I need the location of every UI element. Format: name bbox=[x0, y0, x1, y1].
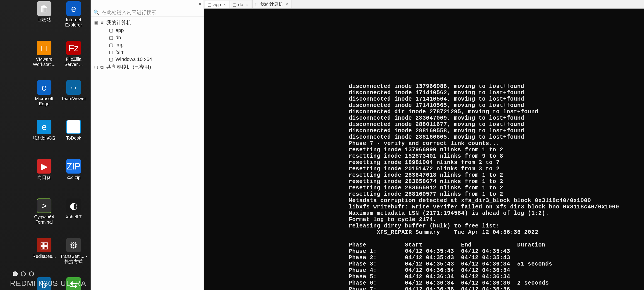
desktop-icon-label: Microsoft Edge bbox=[30, 96, 58, 107]
desktop-icon-xshell[interactable]: ◐Xshell 7 bbox=[59, 197, 88, 236]
desktop-icon-cygwin[interactable]: >Cygwin64 Terminal bbox=[30, 197, 59, 236]
desktop-icon-label: TeamViewer bbox=[61, 96, 86, 101]
trans-icon: ⚙ bbox=[66, 238, 81, 252]
phone-model-watermark: REDMI K30S ULTRA bbox=[10, 279, 86, 288]
desktop-icon-teamviewer[interactable]: ↔TeamViewer bbox=[59, 79, 88, 117]
desktop-icon-label: 回收站 bbox=[37, 17, 51, 23]
collapse-icon[interactable]: ▣ bbox=[94, 20, 97, 25]
desktop-icon-edge[interactable]: eMicrosoft Edge bbox=[30, 79, 59, 117]
teamviewer-icon: ↔ bbox=[66, 80, 81, 95]
close-panel-icon[interactable]: × bbox=[198, 1, 201, 7]
recycle-icon: 🗑 bbox=[37, 1, 52, 16]
vm-icon: ▢ bbox=[108, 35, 114, 40]
tree-vm-db[interactable]: ▢db bbox=[92, 34, 202, 41]
vm-icon: ▢ bbox=[108, 57, 114, 62]
tree-vm-win10[interactable]: ▢Windows 10 x64 bbox=[92, 56, 202, 63]
vm-icon: ▢ bbox=[108, 49, 114, 55]
lenovo-icon: e bbox=[37, 120, 52, 134]
ie-icon: e bbox=[66, 1, 81, 16]
desktop-icon-label: xxc.zip bbox=[66, 175, 80, 180]
desktop-icon-label: VMware Workstati... bbox=[30, 57, 58, 67]
tab-close-icon[interactable]: × bbox=[286, 2, 288, 6]
tree-vm-app[interactable]: ▢app bbox=[92, 27, 202, 34]
desktop-icon-grid: 🗑回收站eInternet Explorer□VMware Workstati.… bbox=[30, 0, 88, 290]
search-icon: 🔍 bbox=[93, 10, 100, 16]
vm-console[interactable]: disconnected inode 137966988, moving to … bbox=[204, 9, 644, 290]
tree-shared-label: 共享虚拟机 (已弃用) bbox=[106, 64, 151, 71]
tab-app[interactable]: ▢app× bbox=[205, 1, 229, 9]
tree-vm-label: db bbox=[116, 35, 121, 41]
shared-icon: ⧉ bbox=[99, 65, 104, 70]
desktop-icon-label: 联想浏览器 bbox=[33, 135, 56, 141]
desktop-icon-label: TransSetti... - 快捷方式 bbox=[60, 254, 87, 264]
vm-icon: ▢ bbox=[108, 28, 114, 33]
desktop-icon-label: RedisDes... bbox=[32, 254, 56, 259]
tree-vm-label: fsim bbox=[116, 49, 124, 55]
tab-vm-icon: ▢ bbox=[255, 2, 258, 7]
desktop-icon-label: Internet Explorer bbox=[60, 17, 87, 28]
desktop-icon-ie[interactable]: eInternet Explorer bbox=[59, 0, 88, 39]
computer-icon: 🖥 bbox=[99, 20, 104, 25]
tab-mycomputer[interactable]: ▢我的计算机× bbox=[252, 0, 291, 9]
collapse-icon[interactable]: ▢ bbox=[94, 65, 97, 70]
tree-vm-label: app bbox=[116, 28, 124, 33]
todesk-icon: T bbox=[66, 120, 81, 134]
vm-workbench: ▢app×▢db×▢我的计算机× disconnected inode 1379… bbox=[204, 0, 644, 290]
desktop-icon-todesk[interactable]: TToDesk bbox=[59, 118, 88, 157]
tab-db[interactable]: ▢db× bbox=[230, 1, 252, 9]
tab-label: app bbox=[213, 2, 221, 7]
desktop-icon-sunflower[interactable]: ▶向日葵 bbox=[30, 158, 59, 196]
search-placeholder: 在此处键入内容进行搜索 bbox=[102, 9, 156, 16]
cygwin-icon: > bbox=[37, 198, 52, 213]
tree-root-mycomputer[interactable]: ▣ 🖥 我的计算机 bbox=[92, 19, 202, 27]
zip-icon: ZIP bbox=[66, 159, 81, 174]
library-tree: ▣ 🖥 我的计算机 ▢app▢db▢imp▢fsim▢Windows 10 x6… bbox=[90, 17, 204, 73]
redis-icon: ▦ bbox=[37, 238, 52, 252]
library-search[interactable]: 🔍 在此处键入内容进行搜索 bbox=[90, 8, 204, 17]
desktop-icon-zip[interactable]: ZIPxxc.zip bbox=[59, 158, 88, 196]
desktop-icon-lenovo[interactable]: e联想浏览器 bbox=[30, 118, 59, 157]
desktop-icon-label: ToDesk bbox=[66, 135, 81, 141]
tree-vm-label: imp bbox=[116, 42, 124, 48]
desktop-icon-label: 向日葵 bbox=[37, 175, 51, 180]
tab-vm-icon: ▢ bbox=[208, 2, 212, 7]
tab-close-icon[interactable]: × bbox=[224, 3, 226, 7]
vmware-window: × 🔍 在此处键入内容进行搜索 ▣ 🖥 我的计算机 ▢app▢db▢imp▢fs… bbox=[90, 0, 644, 290]
desktop-icon-label: Xshell 7 bbox=[66, 214, 82, 219]
vm-library-panel: × 🔍 在此处键入内容进行搜索 ▣ 🖥 我的计算机 ▢app▢db▢imp▢fs… bbox=[90, 0, 204, 290]
tree-shared-vms[interactable]: ▢ ⧉ 共享虚拟机 (已弃用) bbox=[92, 63, 202, 71]
desktop-icon-recycle[interactable]: 🗑回收站 bbox=[30, 0, 59, 39]
desktop-icon-vmware[interactable]: □VMware Workstati... bbox=[30, 40, 59, 78]
vm-tabbar: ▢app×▢db×▢我的计算机× bbox=[204, 0, 644, 9]
tree-root-label: 我的计算机 bbox=[106, 19, 131, 26]
tab-close-icon[interactable]: × bbox=[246, 3, 248, 7]
tab-vm-icon: ▢ bbox=[232, 2, 236, 7]
desktop-icon-redis[interactable]: ▦RedisDes... bbox=[30, 236, 59, 275]
library-header: × bbox=[90, 0, 204, 8]
tab-label: 我的计算机 bbox=[260, 1, 283, 7]
desktop-icon-label: Cygwin64 Terminal bbox=[30, 214, 58, 225]
vmware-icon: □ bbox=[37, 41, 52, 55]
desktop-icon-label: FileZilla Server ... bbox=[60, 57, 87, 67]
desktop-icon-trans[interactable]: ⚙TransSetti... - 快捷方式 bbox=[59, 236, 88, 275]
tab-label: db bbox=[238, 2, 243, 7]
xshell-icon: ◐ bbox=[66, 198, 81, 213]
tree-vm-fsim[interactable]: ▢fsim bbox=[92, 49, 202, 56]
desktop-icon-filezilla[interactable]: FzFileZilla Server ... bbox=[59, 40, 88, 78]
tree-vm-imp[interactable]: ▢imp bbox=[92, 41, 202, 49]
vm-icon: ▢ bbox=[108, 42, 114, 48]
sunflower-icon: ▶ bbox=[37, 159, 52, 174]
filezilla-icon: Fz bbox=[66, 41, 81, 55]
tree-vm-label: Windows 10 x64 bbox=[116, 56, 152, 62]
edge-icon: e bbox=[37, 80, 52, 95]
camera-indicator-dots bbox=[13, 271, 34, 276]
